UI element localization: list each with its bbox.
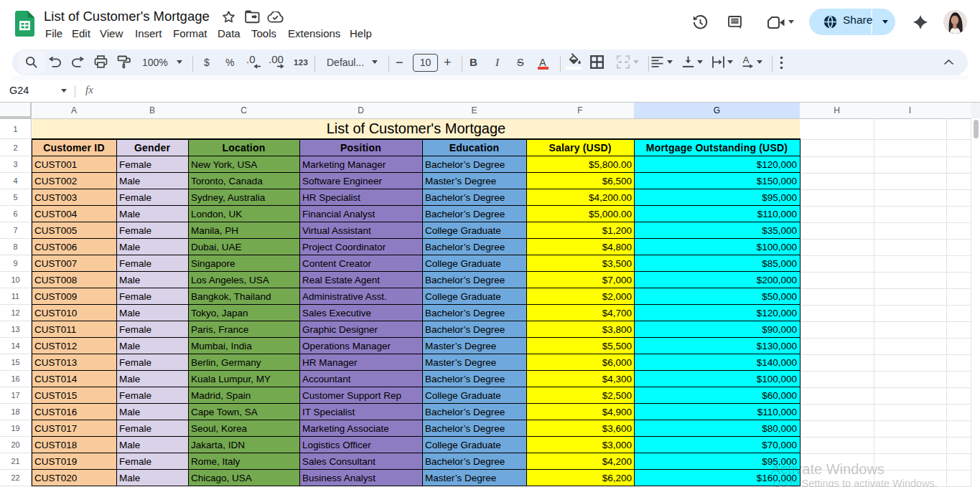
svg-text:A: A <box>743 55 750 65</box>
